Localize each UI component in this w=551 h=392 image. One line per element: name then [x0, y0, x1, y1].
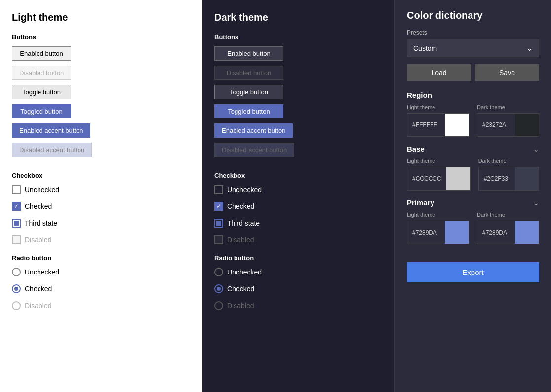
dark-accent-button[interactable]: Enabled accent button [214, 123, 293, 138]
light-btn-toggle-wrap[interactable]: Toggle button [12, 85, 190, 104]
light-chk-unchecked-row[interactable]: Unchecked [12, 185, 190, 194]
base-light-col: Light theme #CCCCCC [407, 158, 471, 191]
primary-light-col: Light theme #7289DA [407, 212, 469, 244]
light-chk-third-box[interactable] [12, 219, 21, 228]
dark-chk-third-row[interactable]: Third state [214, 219, 383, 228]
primary-section: Primary ⌄ Light theme #7289DA Dark theme… [407, 198, 539, 244]
primary-section-header[interactable]: Primary ⌄ [407, 198, 539, 207]
dark-chk-checked-box[interactable]: ✓ [214, 202, 223, 211]
light-chk-third-inner [14, 221, 19, 226]
dark-buttons-section: Buttons [214, 33, 383, 40]
dark-chk-third-inner [216, 221, 221, 226]
dark-radio-unchecked[interactable] [214, 268, 223, 276]
dark-btn-toggle-wrap[interactable]: Toggle button [214, 85, 383, 104]
primary-dark-swatch[interactable]: #7289DA [477, 221, 539, 244]
dark-btn-enabled-wrap[interactable]: Enabled button [214, 46, 383, 66]
preset-value: Custom [413, 44, 437, 52]
dark-btn-accent-disabled-wrap: Disabled accent button [214, 143, 383, 162]
dark-chk-third-box[interactable] [214, 219, 223, 228]
dark-enabled-button[interactable]: Enabled button [214, 46, 283, 61]
primary-theme-row: Light theme #7289DA Dark theme #7289DA [407, 212, 539, 244]
dark-toggled-button[interactable]: Toggled button [214, 104, 283, 118]
preset-select[interactable]: Custom ⌄ [407, 39, 539, 57]
dark-chk-checked-row[interactable]: ✓ Checked [214, 202, 383, 211]
region-theme-row: Light theme #FFFFFF Dark theme #23272A [407, 104, 539, 137]
presets-label: Presets [407, 29, 539, 36]
color-dict-panel: Color dictionary Presets Custom ⌄ Load S… [395, 0, 551, 392]
base-dark-preview[interactable] [515, 167, 539, 191]
primary-light-swatch[interactable]: #7289DA [407, 221, 469, 244]
light-chk-unchecked-box[interactable] [12, 185, 21, 194]
region-light-label: Light theme [407, 104, 469, 110]
light-radio-checked-row[interactable]: Checked [12, 284, 190, 293]
primary-dark-preview[interactable] [515, 221, 539, 244]
dark-chk-unchecked-row[interactable]: Unchecked [214, 185, 383, 194]
base-dark-swatch[interactable]: #2C2F33 [478, 167, 539, 191]
light-btn-accent-wrap[interactable]: Enabled accent button [12, 123, 190, 143]
export-button[interactable]: Export [407, 262, 539, 282]
action-buttons: Load Save [407, 64, 539, 81]
light-radio-unchecked-row[interactable]: Unchecked [12, 268, 190, 276]
base-chevron-icon[interactable]: ⌄ [533, 145, 539, 153]
light-toggled-button[interactable]: Toggled button [12, 104, 71, 118]
primary-chevron-icon[interactable]: ⌄ [533, 199, 539, 207]
dark-toggle-button[interactable]: Toggle button [214, 85, 283, 99]
base-light-preview[interactable] [446, 167, 470, 191]
dark-chk-checked-label: Checked [227, 202, 254, 210]
light-theme-title: Light theme [12, 12, 190, 23]
light-toggle-button[interactable]: Toggle button [12, 85, 71, 99]
light-theme-panel: Light theme Buttons Enabled button Disab… [0, 0, 202, 392]
region-dark-preview[interactable] [515, 113, 539, 137]
light-enabled-button[interactable]: Enabled button [12, 46, 71, 61]
light-btn-toggled-wrap[interactable]: Toggled button [12, 104, 190, 123]
dark-chk-unchecked-label: Unchecked [227, 186, 262, 194]
dark-chk-disabled-row: Disabled [214, 235, 383, 244]
dark-accent-disabled-button: Disabled accent button [214, 143, 294, 157]
region-light-preview[interactable] [445, 113, 469, 137]
save-button[interactable]: Save [475, 64, 539, 81]
light-accent-disabled-button: Disabled accent button [12, 143, 92, 157]
base-section-header[interactable]: Base ⌄ [407, 145, 539, 153]
base-light-label: Light theme [407, 158, 471, 164]
dark-chk-disabled-box [214, 235, 223, 244]
light-btn-enabled[interactable]: Enabled button [12, 46, 190, 66]
base-light-swatch[interactable]: #CCCCCC [407, 167, 471, 191]
primary-light-preview[interactable] [445, 221, 469, 244]
light-radio-checked[interactable] [12, 284, 21, 293]
region-section: Region Light theme #FFFFFF Dark theme #2… [407, 91, 539, 137]
dark-btn-accent-wrap[interactable]: Enabled accent button [214, 123, 383, 143]
dark-radio-unchecked-label: Unchecked [227, 268, 262, 276]
primary-label: Primary [407, 198, 434, 207]
light-radio-disabled [12, 301, 21, 310]
dark-radio-section: Radio button [214, 254, 383, 262]
light-chk-third-row[interactable]: Third state [12, 219, 190, 228]
region-section-header: Region [407, 91, 539, 99]
light-accent-button[interactable]: Enabled accent button [12, 123, 90, 138]
load-button[interactable]: Load [407, 64, 471, 81]
base-light-hex: #CCCCCC [407, 167, 446, 190]
primary-light-hex: #7289DA [407, 221, 445, 244]
region-light-swatch[interactable]: #FFFFFF [407, 113, 469, 137]
light-radio-unchecked[interactable] [12, 268, 21, 276]
light-chk-third-label: Third state [25, 219, 57, 227]
light-buttons-section: Buttons [12, 33, 190, 40]
dark-btn-toggled-wrap[interactable]: Toggled button [214, 104, 383, 123]
dark-radio-disabled [214, 301, 223, 310]
dark-chk-unchecked-box[interactable] [214, 185, 223, 194]
dark-radio-checked[interactable] [214, 284, 223, 293]
dark-radio-checked-inner [217, 287, 221, 291]
dark-radio-checked-row[interactable]: Checked [214, 284, 383, 293]
dark-radio-unchecked-row[interactable]: Unchecked [214, 268, 383, 276]
region-dark-swatch[interactable]: #23272A [477, 113, 539, 137]
light-radio-disabled-row: Disabled [12, 301, 190, 310]
light-disabled-button: Disabled button [12, 66, 71, 80]
light-chk-checked-label: Checked [25, 202, 52, 210]
region-label: Region [407, 91, 432, 99]
light-btn-accent-disabled-wrap: Disabled accent button [12, 143, 190, 162]
light-chk-checked-box[interactable]: ✓ [12, 202, 21, 211]
light-radio-checked-label: Checked [25, 285, 52, 293]
dark-radio-disabled-row: Disabled [214, 301, 383, 310]
primary-dark-hex: #7289DA [477, 221, 515, 244]
light-chk-checked-row[interactable]: ✓ Checked [12, 202, 190, 211]
primary-dark-col: Dark theme #7289DA [477, 212, 539, 244]
